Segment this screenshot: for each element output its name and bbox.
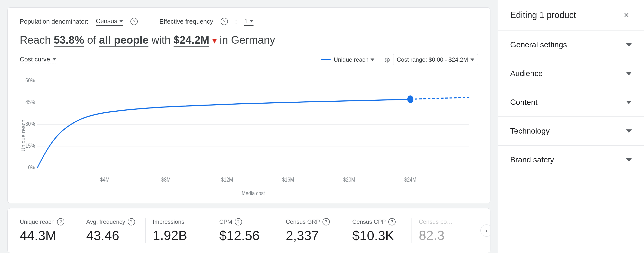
unique-reach-legend-dropdown[interactable]: Unique reach — [334, 56, 374, 63]
svg-text:$12M: $12M — [221, 176, 233, 183]
stat-unique-reach: Unique reach ? 44.3M — [20, 218, 79, 243]
effective-frequency-value: 1 — [244, 17, 248, 25]
audience-chevron-icon — [626, 72, 632, 75]
content-chevron-icon — [626, 101, 632, 104]
svg-text:15%: 15% — [25, 142, 35, 149]
y-axis-label: Unique reach — [20, 120, 26, 151]
sidebar-item-content[interactable]: Content — [498, 88, 644, 117]
chart-card: Population denominator: Census ? Effecti… — [7, 7, 490, 203]
population-dropdown-arrow — [119, 20, 123, 22]
stat-impressions-value: 1.92B — [153, 228, 204, 243]
sidebar-item-general-settings-label: General settings — [510, 40, 567, 49]
svg-text:Media cost: Media cost — [242, 190, 265, 197]
cost-range-dropdown[interactable]: Cost range: $0.00 - $24.2M — [393, 54, 478, 65]
census-cpp-help-icon[interactable]: ? — [388, 218, 396, 226]
stat-census-grp-label: Census GRP ? — [286, 218, 337, 226]
stat-impressions: Impressions 1.92B — [146, 218, 212, 243]
brand-safety-chevron-icon — [626, 158, 632, 162]
magnify-icon: ⊕ — [384, 56, 390, 64]
stat-census-cpp: Census CPP ? $10.3K — [345, 218, 412, 243]
stat-census-cpp-value: $10.3K — [352, 228, 404, 243]
sidebar-item-technology-label: Technology — [510, 126, 550, 136]
svg-text:0%: 0% — [28, 164, 35, 171]
svg-text:$8M: $8M — [161, 176, 171, 183]
unique-reach-help-icon[interactable]: ? — [57, 218, 64, 226]
population-dropdown[interactable]: Census — [96, 17, 123, 26]
effective-frequency-arrow — [250, 20, 254, 22]
chart-controls: Cost curve Unique reach ⊕ Cost range: $0… — [20, 54, 478, 65]
population-label: Population denominator: — [20, 18, 88, 25]
headline-suffix: in Germany — [220, 34, 275, 46]
sidebar-header: Editing 1 product × — [498, 0, 644, 30]
svg-text:$24M: $24M — [404, 176, 416, 183]
sidebar-item-content-label: Content — [510, 98, 538, 107]
stat-census-pop: Census po… 82.3 — [412, 218, 478, 243]
next-arrow-button[interactable]: › — [480, 224, 490, 237]
headline-amount: $24.2M — [174, 34, 210, 46]
svg-text:$16M: $16M — [282, 176, 294, 183]
avg-frequency-help-icon[interactable]: ? — [128, 218, 135, 226]
sidebar-item-audience-label: Audience — [510, 69, 542, 78]
chart-legend-group: Unique reach ⊕ Cost range: $0.00 - $24.2… — [321, 54, 478, 65]
stat-census-cpp-label: Census CPP ? — [352, 218, 404, 226]
stat-avg-frequency-value: 43.46 — [86, 228, 138, 243]
stat-census-pop-value: 82.3 — [419, 228, 470, 243]
legend-label: Unique reach — [334, 56, 368, 63]
cost-curve-arrow — [52, 58, 56, 60]
svg-point-17 — [407, 96, 414, 103]
headline-percentage: 53.8% — [54, 34, 84, 46]
legend-line-icon — [321, 59, 331, 60]
stat-census-grp-value: 2,337 — [286, 228, 337, 243]
svg-text:$20M: $20M — [343, 176, 355, 183]
population-value: Census — [96, 17, 117, 25]
cost-range-control[interactable]: ⊕ Cost range: $0.00 - $24.2M — [384, 54, 478, 65]
stat-avg-frequency-label: Avg. frequency ? — [86, 218, 138, 226]
cost-curve-button[interactable]: Cost curve — [20, 56, 56, 64]
headline-bold-text: all people — [99, 34, 148, 46]
headline-with: with — [152, 34, 174, 46]
svg-text:$4M: $4M — [100, 176, 110, 183]
cost-curve-label: Cost curve — [20, 56, 50, 63]
technology-chevron-icon — [626, 130, 632, 133]
stat-cpm: CPM ? $12.56 — [212, 218, 278, 243]
main-content: Population denominator: Census ? Effecti… — [0, 0, 498, 253]
sidebar-item-technology[interactable]: Technology — [498, 117, 644, 146]
effective-frequency-help-icon[interactable]: ? — [220, 18, 228, 25]
census-grp-help-icon[interactable]: ? — [322, 218, 330, 226]
stat-cpm-label: CPM ? — [220, 218, 271, 226]
effective-frequency-label: Effective frequency — [160, 18, 213, 25]
svg-text:45%: 45% — [25, 99, 35, 106]
stat-census-grp: Census GRP ? 2,337 — [278, 218, 345, 243]
general-settings-chevron-icon — [626, 43, 632, 46]
sidebar-item-brand-safety[interactable]: Brand safety — [498, 146, 644, 174]
close-button[interactable]: × — [621, 10, 632, 20]
stat-avg-frequency: Avg. frequency ? 43.46 — [79, 218, 146, 243]
effective-frequency-dropdown[interactable]: 1 — [244, 17, 254, 26]
headline: Reach 53.8% of all people with $24.2M ▾ … — [20, 33, 478, 47]
cost-range-label: Cost range: $0.00 - $24.2M — [397, 56, 468, 63]
sidebar-item-general-settings[interactable]: General settings — [498, 30, 644, 59]
chart-area: Unique reach 60% 45% 30% 15% 0% $4M $8M … — [20, 70, 478, 200]
legend-dropdown-arrow — [370, 58, 374, 61]
headline-prefix: Reach — [20, 34, 51, 46]
svg-text:30%: 30% — [25, 121, 35, 128]
sidebar-item-audience[interactable]: Audience — [498, 59, 644, 88]
stat-cpm-value: $12.56 — [220, 228, 271, 243]
sidebar-title: Editing 1 product — [510, 10, 576, 20]
stats-card: Unique reach ? 44.3M Avg. frequency ? 43… — [7, 208, 490, 253]
stat-unique-reach-label: Unique reach ? — [20, 218, 72, 226]
cost-range-arrow — [470, 58, 474, 61]
sidebar: Editing 1 product × General settings Aud… — [498, 0, 644, 253]
sidebar-item-brand-safety-label: Brand safety — [510, 155, 554, 164]
chart-svg: 60% 45% 30% 15% 0% $4M $8M $12M $16M $20… — [20, 70, 478, 200]
population-help-icon[interactable]: ? — [130, 18, 138, 25]
stat-unique-reach-value: 44.3M — [20, 228, 72, 243]
svg-text:60%: 60% — [25, 77, 35, 84]
stat-impressions-label: Impressions — [153, 218, 204, 225]
stat-census-pop-label: Census po… — [419, 218, 470, 225]
headline-middle: of — [87, 34, 99, 46]
cpm-help-icon[interactable]: ? — [235, 218, 242, 226]
legend-item: Unique reach — [321, 56, 374, 63]
top-controls: Population denominator: Census ? Effecti… — [20, 17, 478, 26]
red-triangle-icon: ▾ — [212, 36, 217, 46]
